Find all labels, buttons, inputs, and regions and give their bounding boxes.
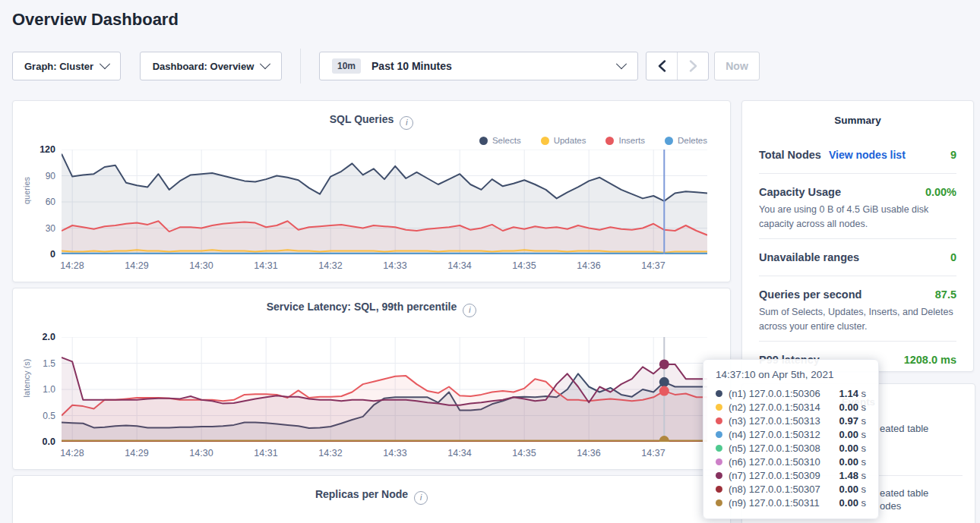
tooltip-timestamp: 14:37:10 on Apr 5th, 2021 <box>716 369 866 380</box>
tooltip-node-label: (n9) 127.0.0.1:50311 <box>729 497 820 509</box>
x-tick-label: 14:32 <box>309 448 352 458</box>
legend-dot-icon <box>665 137 673 145</box>
x-tick-label: 14:35 <box>503 260 545 271</box>
legend-dot-icon <box>541 137 549 145</box>
chevron-left-icon <box>658 60 666 72</box>
tooltip-row: (n6) 127.0.0.1:50310 0.00 s <box>716 455 866 468</box>
tooltip-row: (n9) 127.0.0.1:50311 0.00 s <box>716 496 866 509</box>
tooltip-node-value: 0.00 s <box>839 429 866 440</box>
dashboard-dropdown[interactable]: Dashboard: Overview <box>140 52 282 80</box>
previous-timespan-button[interactable] <box>646 52 677 80</box>
legend-item[interactable]: Updates <box>541 136 586 145</box>
x-tick-label: 14:36 <box>567 448 610 458</box>
tooltip-node-label: (n7) 127.0.0.1:50309 <box>729 470 820 481</box>
event-item-text[interactable]: odes <box>880 500 901 512</box>
time-range-badge: 10m <box>332 58 361 74</box>
y-axis-label: latency (s) <box>22 340 31 416</box>
event-item-text[interactable]: eated table <box>880 487 928 499</box>
summary-item-value: 0.00% <box>925 186 956 198</box>
tooltip-rows: (n1) 127.0.0.1:50306 1.14 s (n2) 127.0.0… <box>716 386 866 509</box>
legend-item[interactable]: Selects <box>479 136 521 145</box>
info-icon[interactable]: i <box>400 116 413 130</box>
y-tick-label: 2.0 <box>13 332 55 342</box>
service-latency-title: Service Latency: SQL, 99th percentile <box>267 301 457 313</box>
series-dot-icon <box>716 458 722 465</box>
chart-title: SQL Queriesi <box>13 113 730 130</box>
summary-item-label: Capacity Usage <box>759 186 841 198</box>
chart-title: Replicas per Nodei <box>13 488 730 505</box>
chart-title: Service Latency: SQL, 99th percentilei <box>13 301 730 317</box>
y-axis-label: queries <box>22 153 31 228</box>
tooltip-node-label: (n2) 127.0.0.1:50314 <box>729 402 820 413</box>
tooltip-node-label: (n1) 127.0.0.1:50306 <box>729 388 820 399</box>
divider <box>759 173 956 174</box>
tooltip-node-value: 0.00 s <box>839 456 866 468</box>
tooltip-row: (n5) 127.0.0.1:50308 0.00 s <box>716 441 866 455</box>
tooltip-row: (n1) 127.0.0.1:50306 1.14 s <box>716 386 866 400</box>
x-tick-label: 14:32 <box>309 260 352 271</box>
tooltip-node-label: (n5) 127.0.0.1:50308 <box>729 443 820 454</box>
summary-item-label: Unavailable ranges <box>759 251 859 263</box>
replicas-per-node-title: Replicas per Node <box>315 488 408 500</box>
info-icon[interactable]: i <box>414 491 428 505</box>
view-nodes-list-link[interactable]: View nodes list <box>829 149 906 161</box>
y-tick-label: 1.0 <box>13 384 55 395</box>
x-tick-label: 14:33 <box>374 448 416 458</box>
sql-queries-chart-card: SQL Queriesi SelectsUpdatesInsertsDelete… <box>12 100 731 282</box>
x-tick-label: 14:36 <box>567 260 610 271</box>
tooltip-node-value: 0.00 s <box>839 443 866 454</box>
series-dot-icon <box>716 417 722 424</box>
sql-queries-title: SQL Queries <box>330 113 394 125</box>
summary-item-description: Sum of Selects, Updates, Inserts, and De… <box>759 305 956 335</box>
legend-item[interactable]: Deletes <box>665 136 707 145</box>
chart-legend: SelectsUpdatesInsertsDeletes <box>479 136 707 145</box>
series-dot-icon <box>716 390 722 397</box>
now-button-disabled[interactable]: Now <box>714 52 760 80</box>
chart-hover-tooltip: 14:37:10 on Apr 5th, 2021 (n1) 127.0.0.1… <box>703 359 879 519</box>
summary-title: Summary <box>759 115 956 126</box>
series-dot-icon <box>716 445 722 452</box>
x-tick-label: 14:31 <box>245 260 287 271</box>
service-latency-chart-card: Service Latency: SQL, 99th percentilei l… <box>12 288 731 470</box>
time-range-dropdown[interactable]: 10m Past 10 Minutes <box>319 52 638 80</box>
x-tick-label: 14:28 <box>51 448 93 458</box>
y-tick-label: 0.5 <box>13 411 55 421</box>
legend-label: Selects <box>492 136 521 145</box>
tooltip-node-label: (n8) 127.0.0.1:50307 <box>729 484 820 495</box>
series-dot-icon <box>716 486 722 493</box>
tooltip-row: (n2) 127.0.0.1:50314 0.00 s <box>716 400 866 414</box>
summary-item-label: Queries per second <box>759 288 861 301</box>
summary-item: Total NodesView nodes list9 <box>759 141 956 169</box>
summary-item: Capacity Usage0.00% <box>759 178 956 206</box>
legend-label: Inserts <box>618 136 645 145</box>
x-tick-label: 14:29 <box>115 448 158 458</box>
tooltip-node-label: (n6) 127.0.0.1:50310 <box>729 456 820 468</box>
x-tick-label: 14:37 <box>632 260 675 271</box>
tooltip-node-value: 0.00 s <box>839 484 866 495</box>
x-tick-label: 14:37 <box>632 448 675 458</box>
summary-item-value: 0 <box>950 251 956 263</box>
legend-label: Deletes <box>678 136 707 145</box>
page-title: Overview Dashboard <box>12 10 179 30</box>
next-timespan-button-disabled[interactable] <box>677 52 708 80</box>
graph-dropdown-label: Graph: Cluster <box>24 61 93 72</box>
summary-item: Unavailable ranges0 <box>759 244 956 271</box>
chevron-down-icon <box>100 58 110 69</box>
x-tick-label: 14:35 <box>503 448 545 458</box>
x-tick-label: 14:30 <box>180 260 223 271</box>
legend-item[interactable]: Inserts <box>605 136 645 145</box>
summary-panel: Summary Total NodesView nodes list9 Capa… <box>741 100 974 372</box>
tooltip-row: (n7) 127.0.0.1:50309 1.48 s <box>716 468 866 482</box>
series-dot-icon <box>716 472 722 479</box>
service-latency-plot[interactable] <box>62 337 707 442</box>
tooltip-node-label: (n3) 127.0.0.1:50313 <box>729 415 820 427</box>
x-tick-label: 14:28 <box>51 260 93 271</box>
graph-dropdown[interactable]: Graph: Cluster <box>12 52 121 80</box>
y-tick-label: 30 <box>13 223 55 234</box>
info-icon[interactable]: i <box>463 304 476 317</box>
tooltip-node-value: 1.48 s <box>839 470 866 481</box>
replicas-per-node-chart-card: Replicas per Nodei <box>12 475 731 523</box>
sql-queries-plot[interactable] <box>62 150 707 254</box>
now-button-label: Now <box>726 60 748 72</box>
event-item-text[interactable]: eated table <box>880 423 928 434</box>
